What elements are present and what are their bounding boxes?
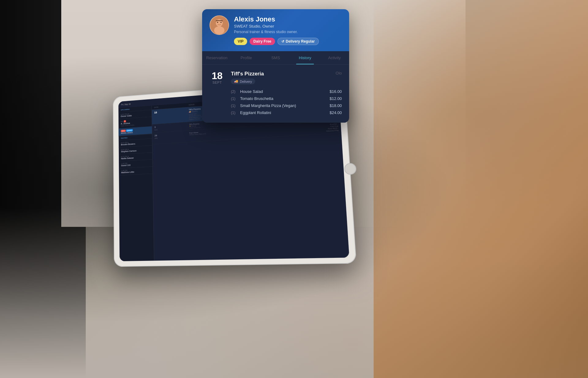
item-qty: (1): [231, 104, 240, 108]
tag-delivery-label: Delivery Regular: [286, 39, 315, 44]
history-date-number: 18: [209, 71, 225, 81]
svg-point-4: [221, 22, 222, 23]
history-entry-header: 18 SEPT Tiff's Pizzeria 🚚 Delivery Olo: [209, 71, 342, 84]
tab-profile[interactable]: Profile: [232, 51, 261, 64]
row-price: Bruschett...-Crab SoupPrime Rib Bi...-Fe…: [299, 123, 338, 134]
card-nav-tabs: Reservation Profile SMS History Activity: [202, 51, 349, 65]
history-date: 18 SEPT: [209, 71, 225, 84]
history-source: Olo: [336, 71, 342, 75]
row-venue: Four OlivesStefani Jones (Party of 5): [189, 130, 225, 140]
tag-dairy-free: Dairy Free: [250, 38, 275, 45]
tag-vip: VIP: [234, 38, 247, 45]
row-date: 3AUG: [154, 124, 189, 131]
card-user-subtitle: SWEAT Studio, Owner: [234, 24, 342, 29]
item-name: Eggplant Rollatini: [240, 110, 330, 115]
tab-sms[interactable]: SMS: [261, 51, 290, 64]
item-qty: (2): [231, 90, 240, 94]
ipad-sidebar: UPCOMING 8:45 PM ●● Oscar Cobb ● ● 2 A. …: [119, 106, 154, 262]
history-item-row: (2) House Salad $16.00: [231, 88, 342, 95]
row-booked: [225, 128, 262, 138]
item-price: $16.00: [330, 89, 342, 94]
svg-point-3: [217, 22, 218, 23]
item-qty: (1): [231, 111, 240, 115]
item-price: $24.00: [330, 110, 342, 115]
item-qty: (1): [231, 97, 240, 101]
history-item-row: (1) Small Margherita Pizza (Vegan) $18.0…: [231, 102, 342, 109]
card-header: Alexis Jones SWEAT Studio, Owner Persona…: [202, 9, 349, 51]
row-source: [262, 125, 300, 136]
svg-point-1: [216, 19, 223, 26]
row-date: 28APR: [154, 132, 189, 143]
delivery-type-label: Delivery: [240, 80, 252, 83]
row-date: 18: [154, 109, 189, 123]
card-tags-container: VIP Dairy Free ↺ Delivery Regular: [234, 38, 342, 45]
history-venue-details: Tiff's Pizzeria 🚚 Delivery: [231, 71, 330, 84]
history-items-list: (2) House Salad $16.00 (1) Tomato Brusch…: [231, 88, 342, 116]
ipad-date-label: Fri, Sep 18: [121, 103, 131, 106]
history-item-row: (1) Tomato Bruschetta $12.00: [231, 95, 342, 102]
tab-reservation[interactable]: Reservation: [202, 51, 232, 64]
card-history-body: 18 SEPT Tiff's Pizzeria 🚚 Delivery Olo (…: [202, 65, 349, 123]
item-name: Small Margherita Pizza (Vegan): [240, 103, 330, 108]
history-entry-1: 18 SEPT Tiff's Pizzeria 🚚 Delivery Olo (…: [202, 65, 349, 123]
history-venue-name: Tiff's Pizzeria: [231, 71, 330, 77]
item-name: Tomato Bruschetta: [240, 96, 330, 101]
card-user-description: Personal trainer & fitness studio owner.: [234, 30, 342, 34]
avatar: [209, 15, 229, 35]
delivery-icon: ↺: [281, 40, 284, 44]
svg-point-2: [214, 26, 224, 34]
tab-activity[interactable]: Activity: [320, 51, 349, 64]
card-user-name: Alexis Jones: [234, 15, 342, 23]
bg-right-person: [374, 0, 588, 378]
card-user-info: Alexis Jones SWEAT Studio, Owner Persona…: [234, 15, 342, 45]
customer-card: Alexis Jones SWEAT Studio, Owner Persona…: [202, 9, 349, 123]
history-date-month: SEPT: [209, 81, 225, 84]
tag-delivery-regular: ↺ Delivery Regular: [277, 38, 319, 45]
delivery-truck-icon: 🚚: [234, 79, 238, 83]
avatar-image: [210, 15, 228, 35]
item-price: $12.00: [330, 96, 342, 101]
tab-history[interactable]: History: [290, 51, 320, 64]
history-delivery-type: 🚚 Delivery: [231, 78, 255, 84]
history-item-row: (1) Eggplant Rollatini $24.00: [231, 109, 342, 116]
ipad-sidebar-item-matthew[interactable]: 7:40 PM Matthew Little: [119, 167, 153, 176]
item-name: House Salad: [240, 89, 330, 94]
item-price: $18.00: [330, 103, 342, 108]
